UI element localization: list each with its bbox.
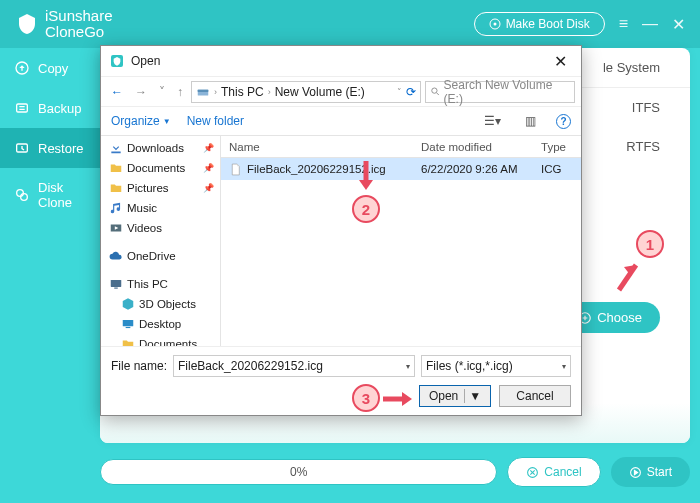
app-header: iSunshareCloneGo Make Boot Disk ≡ — ✕ (0, 0, 700, 48)
search-input[interactable]: Search New Volume (E:) (425, 81, 575, 103)
start-label: Start (647, 465, 672, 479)
svg-point-1 (493, 23, 496, 26)
tree-label: Documents (139, 338, 197, 346)
music-icon (109, 201, 123, 215)
breadcrumb[interactable]: New Volume (E:) (275, 85, 365, 99)
tree-label: Videos (127, 222, 162, 234)
address-bar[interactable]: › This PC › New Volume (E:) ˅ ⟳ (191, 81, 421, 103)
pin-icon: 📌 (203, 163, 218, 173)
tree-label: Pictures (127, 182, 169, 194)
folder-icon (109, 161, 123, 175)
start-button[interactable]: Start (611, 457, 690, 487)
sidebar: Copy Backup Restore Disk Clone (0, 48, 100, 222)
filename-label: File name: (111, 359, 167, 373)
organize-button[interactable]: Organize ▼ (111, 114, 171, 128)
col-date[interactable]: Date modified (421, 141, 541, 153)
tree-item[interactable]: 3D Objects (107, 294, 220, 314)
video-icon (109, 221, 123, 235)
tree-item[interactable]: This PC (107, 274, 220, 294)
sidebar-item-diskclone[interactable]: Disk Clone (0, 168, 100, 222)
tree-item[interactable]: Pictures📌 (107, 178, 220, 198)
tree-item[interactable]: Desktop (107, 314, 220, 334)
tree-item[interactable]: Videos (107, 218, 220, 238)
file-type: ICG (541, 163, 581, 175)
app-name-1: iSunshare (45, 8, 113, 24)
boot-icon (489, 18, 501, 30)
minimize-icon[interactable]: — (642, 15, 658, 33)
menu-icon[interactable]: ≡ (619, 15, 628, 33)
svg-rect-17 (114, 288, 118, 289)
svg-point-6 (21, 194, 28, 201)
file-row[interactable]: FileBack_20206229152.icg 6/22/2020 9:26 … (221, 158, 581, 180)
annotation-badge-1: 1 (636, 230, 664, 258)
nav-up-icon[interactable]: ↑ (173, 83, 187, 101)
preview-pane-icon[interactable]: ▥ (521, 112, 540, 130)
help-icon[interactable]: ? (556, 114, 571, 129)
file-name: FileBack_20206229152.icg (247, 163, 421, 175)
pin-icon: 📌 (203, 143, 218, 153)
dialog-nav: ← → ˅ ↑ › This PC › New Volume (E:) ˅ ⟳ … (101, 76, 581, 106)
dialog-icon (109, 53, 125, 69)
list-header[interactable]: Name Date modified Type (221, 136, 581, 158)
dialog-cancel-button[interactable]: Cancel (499, 385, 571, 407)
tree-item[interactable]: Documents (107, 334, 220, 346)
tree-item[interactable]: Downloads📌 (107, 138, 220, 158)
pin-icon: 📌 (203, 183, 218, 193)
sidebar-item-restore[interactable]: Restore (0, 128, 100, 168)
dialog-close-icon[interactable]: ✕ (548, 50, 573, 73)
progress-bar: 0% (100, 459, 497, 485)
annotation-arrow-1 (614, 255, 644, 295)
svg-rect-3 (17, 104, 28, 112)
svg-point-13 (432, 88, 437, 93)
tree-label: This PC (127, 278, 168, 290)
dialog-toolbar: Organize ▼ New folder ☰▾ ▥ ? (101, 106, 581, 136)
filetype-filter[interactable]: Files (*.icg,*.icg)▾ (421, 355, 571, 377)
cancel-button[interactable]: Cancel (507, 457, 600, 487)
file-icon (229, 163, 242, 176)
dialog-footer: File name: FileBack_20206229152.icg▾ Fil… (101, 346, 581, 415)
svg-rect-18 (123, 320, 134, 326)
folder-icon (109, 181, 123, 195)
drive-icon (196, 85, 210, 99)
filename-input[interactable]: FileBack_20206229152.icg▾ (173, 355, 415, 377)
col-name[interactable]: Name (221, 141, 421, 153)
dialog-title: Open (131, 54, 160, 68)
desktop-icon (121, 317, 135, 331)
sidebar-item-backup[interactable]: Backup (0, 88, 100, 128)
view-mode-icon[interactable]: ☰▾ (480, 112, 505, 130)
tree-label: Desktop (139, 318, 181, 330)
cell-value: ITFS (632, 100, 660, 115)
tree-item[interactable]: Documents📌 (107, 158, 220, 178)
cube-icon (121, 297, 135, 311)
tree-label: Documents (127, 162, 185, 174)
svg-rect-12 (198, 89, 209, 91)
tree-item[interactable]: OneDrive (107, 246, 220, 266)
cell-value: RTFS (626, 139, 660, 154)
file-open-dialog: Open ✕ ← → ˅ ↑ › This PC › New Volume (E… (100, 45, 582, 416)
cloud-icon (109, 249, 123, 263)
sidebar-item-copy[interactable]: Copy (0, 48, 100, 88)
nav-back-icon[interactable]: ← (107, 83, 127, 101)
svg-point-5 (17, 190, 24, 197)
close-icon[interactable]: ✕ (672, 15, 685, 34)
new-folder-button[interactable]: New folder (187, 114, 244, 128)
make-boot-disk-button[interactable]: Make Boot Disk (474, 12, 605, 36)
svg-rect-16 (111, 280, 122, 287)
annotation-badge-3: 3 (352, 384, 380, 412)
tree-item[interactable]: Music (107, 198, 220, 218)
nav-forward-icon[interactable]: → (131, 83, 151, 101)
sidebar-label: Backup (38, 101, 81, 116)
sidebar-label: Copy (38, 61, 68, 76)
refresh-icon[interactable]: ⟳ (406, 85, 416, 99)
sidebar-label: Disk Clone (38, 180, 86, 210)
boot-label: Make Boot Disk (506, 17, 590, 31)
backup-icon (14, 100, 30, 116)
cancel-label: Cancel (544, 465, 581, 479)
folder-tree[interactable]: Downloads📌Documents📌Pictures📌MusicVideos… (101, 136, 221, 346)
open-button[interactable]: Open▼ (419, 385, 491, 407)
download-icon (109, 141, 123, 155)
choose-label: Choose (597, 310, 642, 325)
col-type[interactable]: Type (541, 141, 581, 153)
nav-recent-icon[interactable]: ˅ (155, 83, 169, 101)
breadcrumb[interactable]: This PC (221, 85, 264, 99)
